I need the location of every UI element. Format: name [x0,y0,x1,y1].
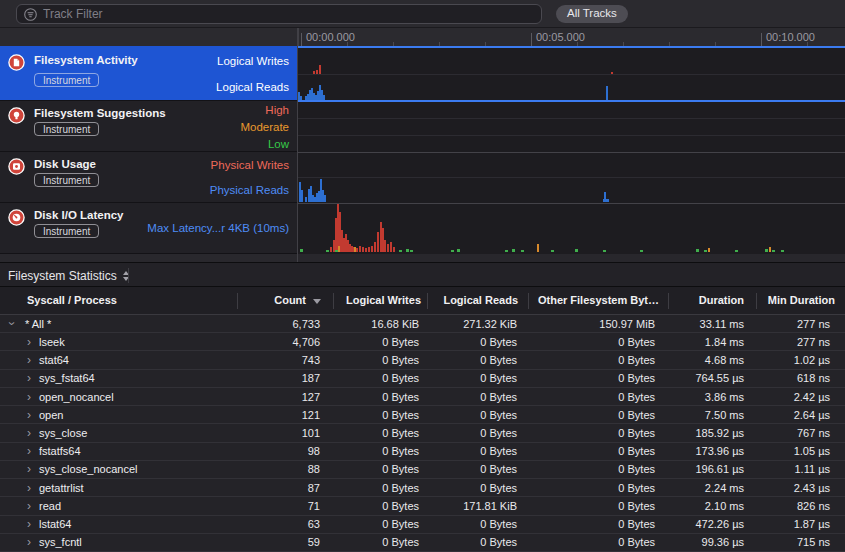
graph-bar [356,248,358,252]
table-row-fstatfs64[interactable]: ›fstatfs64980 Bytes0 Bytes0 Bytes173.96 … [0,443,845,461]
cell-value: 59 [308,536,320,548]
latency-icon[interactable] [8,209,25,226]
lane-label-high: High [265,104,289,116]
cell-value: 0 Bytes [382,445,419,457]
cell-value: 0 Bytes [618,500,655,512]
column-header-syscall-process[interactable]: Syscall / Process [27,294,117,306]
cell-value: 0 Bytes [618,463,655,475]
partial-next-track-strip [298,254,845,262]
syscall-name: sys_fstat64 [39,372,95,384]
column-header-duration[interactable]: Duration [699,294,744,306]
table-row-open-nocancel[interactable]: ›open_nocancel1270 Bytes0 Bytes0 Bytes3.… [0,388,845,406]
syscall-name: open_nocancel [39,391,114,403]
column-header-min-duration[interactable]: Min Duration [768,294,835,306]
track-header-filesystem-suggestions[interactable]: Filesystem SuggestionsInstrumentHighMode… [0,101,297,152]
disclosure-collapsed-icon[interactable]: › [27,355,31,365]
sort-descending-icon[interactable] [313,299,321,304]
cell-value: 743 [302,354,320,366]
cell-value: 88 [308,463,320,475]
table-row-lstat64[interactable]: ›lstat64630 Bytes0 Bytes0 Bytes472.26 µs… [0,516,845,534]
timeline-ruler[interactable]: 00:00.00000:05.00000:10.000 [0,28,845,46]
all-tracks-button[interactable]: All Tracks [556,5,628,23]
graph-bar [313,71,315,74]
syscall-name: sys_close [39,427,87,439]
table-row-sys-fstat64[interactable]: ›sys_fstat641870 Bytes0 Bytes0 Bytes764.… [0,370,845,388]
graph-bar [390,242,392,252]
table-row-stat64[interactable]: ›stat647430 Bytes0 Bytes0 Bytes4.68 ms1.… [0,351,845,369]
disclosure-collapsed-icon[interactable]: › [27,537,31,547]
disclosure-collapsed-icon[interactable]: › [27,446,31,456]
table-row-open[interactable]: ›open1210 Bytes0 Bytes0 Bytes7.50 ms2.64… [0,406,845,424]
table-row--all-[interactable]: ›* All *6,73316.68 KiB271.32 KiB150.97 M… [0,315,845,333]
graph-bar [324,195,326,202]
cell-value: 715 ns [797,536,830,548]
disclosure-collapsed-icon[interactable]: › [27,464,31,474]
column-separator [237,293,238,309]
cell-value: 0 Bytes [618,427,655,439]
disclosure-collapsed-icon[interactable]: › [27,392,31,402]
statistics-view-selector[interactable]: Filesystem Statistics [8,267,129,284]
column-header-logical-writes[interactable]: Logical Writes [346,294,421,306]
lane-label-max-latency-r-4kb-10ms-: Max Latency...r 4KB (10ms) [147,222,289,234]
graph-bar [606,86,608,100]
syscall-name: lseek [39,336,65,348]
cell-value: 1.05 µs [794,445,830,457]
graph-bar [769,247,771,252]
graph-bar [330,247,332,252]
table-row-read[interactable]: ›read710 Bytes171.81 KiB0 Bytes2.10 ms82… [0,497,845,515]
graph-bar [368,247,370,252]
track-graph-area[interactable] [298,46,845,262]
column-header-logical-reads[interactable]: Logical Reads [443,294,518,306]
disclosure-collapsed-icon[interactable]: › [27,519,31,529]
cell-value: 0 Bytes [480,463,517,475]
cell-value: 173.96 µs [695,445,744,457]
track-title: Disk I/O Latency [34,209,123,221]
cell-value: 0 Bytes [618,482,655,494]
graph-bar [765,249,768,252]
graph-bar [410,250,413,252]
cell-value: 101 [302,427,320,439]
disclosure-collapsed-icon[interactable]: › [27,410,31,420]
disclosure-expanded-icon[interactable]: › [7,321,17,325]
graph-bar [301,190,303,202]
table-row-sys-close-nocancel[interactable]: ›sys_close_nocancel880 Bytes0 Bytes0 Byt… [0,461,845,479]
disk-usage-icon[interactable] [8,158,25,175]
cell-value: 0 Bytes [382,354,419,366]
cell-value: 2.43 µs [794,482,830,494]
disclosure-collapsed-icon[interactable]: › [27,337,31,347]
track-header-disk-i-o-latency[interactable]: Disk I/O LatencyInstrumentMax Latency...… [0,203,297,254]
syscall-name: * All * [25,318,51,330]
ruler-major-tick [301,33,302,46]
suggestions-icon[interactable] [8,107,25,124]
graph-bar [781,250,784,252]
track-filter-input[interactable] [43,7,534,21]
cell-value: 0 Bytes [382,536,419,548]
graph-bar [696,249,699,252]
cell-value: 71 [308,500,320,512]
column-separator [668,293,669,309]
cell-value: 0 Bytes [618,445,655,457]
track-header-filesystem-activity[interactable]: Filesystem ActivityInstrumentLogical Wri… [0,46,297,101]
table-row-lseek[interactable]: ›lseek4,7060 Bytes0 Bytes0 Bytes1.84 ms2… [0,333,845,351]
table-row-sys-fcntl[interactable]: ›sys_fcntl590 Bytes0 Bytes0 Bytes99.36 µ… [0,534,845,552]
lane-label-logical-writes: Logical Writes [217,55,289,67]
disclosure-collapsed-icon[interactable]: › [27,483,31,493]
graph-bar [505,250,508,252]
lane-label-physical-reads: Physical Reads [210,184,289,196]
column-header-other-filesystem-byt-[interactable]: Other Filesystem Byt… [538,294,659,306]
disclosure-collapsed-icon[interactable]: › [27,373,31,383]
track-header-disk-usage[interactable]: Disk UsageInstrumentPhysical WritesPhysi… [0,152,297,203]
filesystem-activity-icon[interactable] [8,54,25,71]
table-row-sys-close[interactable]: ›sys_close1010 Bytes0 Bytes0 Bytes185.92… [0,424,845,442]
track-filter-field[interactable] [16,4,542,24]
graph-bar [575,249,578,252]
graph-bar [537,244,539,252]
column-header-count[interactable]: Count [274,294,306,306]
filter-icon [24,8,37,21]
cell-value: 196.61 µs [695,463,744,475]
cell-value: 0 Bytes [480,482,517,494]
disclosure-collapsed-icon[interactable]: › [27,501,31,511]
disclosure-collapsed-icon[interactable]: › [27,428,31,438]
syscall-name: getattrlist [39,482,84,494]
table-row-getattrlist[interactable]: ›getattrlist870 Bytes0 Bytes0 Bytes2.24 … [0,479,845,497]
